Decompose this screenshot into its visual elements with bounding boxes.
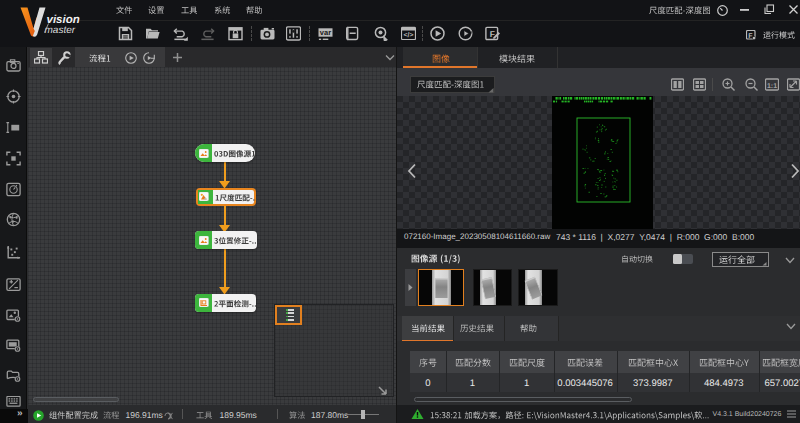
svg-text:var: var xyxy=(319,28,330,37)
svg-text:</>: </> xyxy=(403,32,413,39)
svg-text:1:1: 1:1 xyxy=(767,83,777,90)
svg-text:master: master xyxy=(45,25,76,36)
